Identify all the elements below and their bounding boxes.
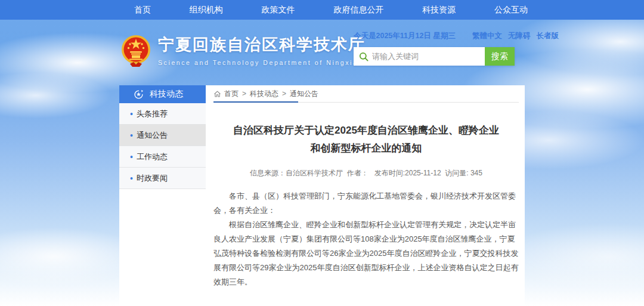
link-accessibility[interactable]: 无障碍: [508, 31, 531, 41]
home-icon: [213, 90, 221, 98]
link-senior-version[interactable]: 长者版: [536, 31, 559, 41]
article-title-line1: 自治区科技厅关于认定2025年度自治区雏鹰企业、瞪羚企业: [213, 122, 519, 140]
link-traditional-chinese[interactable]: 繁體中文: [472, 31, 502, 41]
article-title: 自治区科技厅关于认定2025年度自治区雏鹰企业、瞪羚企业 和创新型标杆企业的通知: [213, 122, 519, 157]
article-body: 各市、县（区）科技管理部门，宁东能源化工基地管委会，银川经济技术开发区管委会，各…: [213, 189, 519, 289]
search-icon: [359, 52, 369, 61]
site-logo-link[interactable]: 宁夏回族自治区科学技术厅 Science and Technology Depa…: [121, 35, 366, 67]
breadcrumb: 首页 > 科技动态 > 通知公告: [213, 85, 519, 103]
search-input[interactable]: [372, 52, 479, 61]
sidebar-title: 科技动态: [150, 89, 183, 100]
search-button[interactable]: 搜索: [485, 47, 515, 66]
section-star-icon: [134, 89, 144, 100]
nav-item-interaction[interactable]: 公众互动: [494, 5, 528, 16]
breadcrumb-separator: >: [282, 89, 286, 98]
bullet-icon: •: [130, 110, 133, 118]
sidebar-item-label: 通知公告: [137, 130, 168, 141]
breadcrumb-tech-news[interactable]: 科技动态: [250, 89, 278, 99]
article-meta: 信息来源：自治区科学技术厅 作者： 发布时间:2025-11-12 访问量: 3…: [213, 168, 519, 178]
sidebar-item-label: 时政要闻: [137, 173, 168, 184]
article-paragraph: 根据自治区雏鹰企业、瞪羚企业和创新型标杆企业认定管理有关规定，决定认定半亩良人农…: [213, 218, 519, 289]
breadcrumb-separator: >: [242, 89, 246, 98]
sidebar-item-headlines[interactable]: • 头条推荐: [119, 103, 206, 125]
top-navigation: 首页 组织机构 政策文件 政府信息公开 科技资源 公众互动: [0, 0, 644, 20]
sidebar-section-tech-news[interactable]: 科技动态: [119, 85, 206, 103]
article-paragraph: 各市、县（区）科技管理部门，宁东能源化工基地管委会，银川经济技术开发区管委会，各…: [213, 189, 519, 218]
sidebar-item-notices[interactable]: • 通知公告: [119, 125, 206, 146]
sidebar-item-label: 头条推荐: [137, 109, 168, 119]
sidebar-item-work-updates[interactable]: • 工作动态: [119, 146, 206, 168]
nav-item-policy[interactable]: 政策文件: [262, 5, 295, 16]
bullet-icon: •: [130, 174, 133, 183]
national-emblem-icon: [121, 35, 151, 67]
sidebar-item-current-politics[interactable]: • 时政要闻: [119, 168, 206, 189]
nav-item-organization[interactable]: 组织机构: [190, 5, 223, 16]
current-date: 今天是2025年11月12日 星期三: [354, 31, 456, 41]
search-bar: 搜索: [354, 47, 515, 66]
site-subtitle: Science and Technology Department of Nin…: [158, 59, 366, 66]
breadcrumb-notices[interactable]: 通知公告: [290, 89, 318, 99]
nav-item-gov-info[interactable]: 政府信息公开: [333, 5, 383, 16]
content-panel: 科技动态 • 头条推荐 • 通知公告 • 工作动态 • 时政要闻: [119, 85, 525, 306]
nav-item-resources[interactable]: 科技资源: [422, 5, 456, 16]
nav-item-home[interactable]: 首页: [134, 5, 151, 16]
article-area: 首页 > 科技动态 > 通知公告 自治区科技厅关于认定2025年度自治区雏鹰企业…: [213, 85, 519, 306]
site-title: 宁夏回族自治区科学技术厅: [158, 35, 366, 55]
sidebar-item-label: 工作动态: [137, 152, 168, 162]
article-title-line2: 和创新型标杆企业的通知: [213, 140, 519, 157]
bullet-icon: •: [130, 131, 133, 140]
sidebar: 科技动态 • 头条推荐 • 通知公告 • 工作动态 • 时政要闻: [119, 85, 206, 189]
bullet-icon: •: [130, 153, 133, 161]
breadcrumb-home[interactable]: 首页: [224, 89, 239, 99]
